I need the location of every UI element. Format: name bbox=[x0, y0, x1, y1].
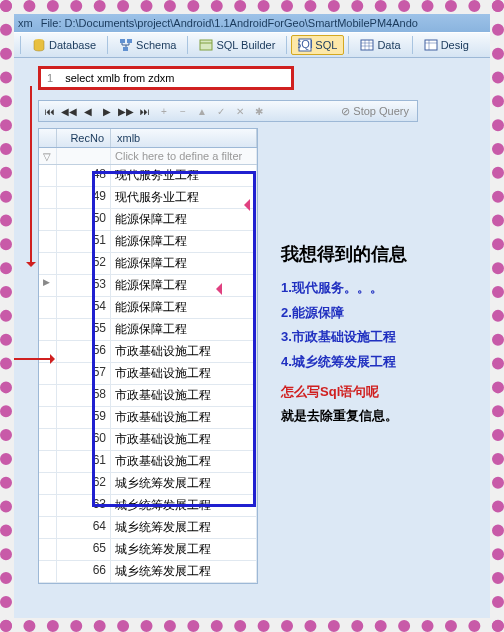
table-row[interactable]: 55能源保障工程 bbox=[39, 319, 257, 341]
col-xmlb[interactable]: xmlb bbox=[111, 129, 257, 147]
table-row[interactable]: 52能源保障工程 bbox=[39, 253, 257, 275]
table-row[interactable]: 54能源保障工程 bbox=[39, 297, 257, 319]
cell-recno: 50 bbox=[57, 209, 111, 230]
table-row[interactable]: 64城乡统筹发展工程 bbox=[39, 517, 257, 539]
cell-recno: 53 bbox=[57, 275, 111, 296]
info-item: 1.现代服务。。。 bbox=[281, 276, 451, 301]
arrow-down-icon bbox=[30, 86, 32, 266]
info-item: 2.能源保障 bbox=[281, 301, 451, 326]
cell-recno: 54 bbox=[57, 297, 111, 318]
cell-recno: 62 bbox=[57, 473, 111, 494]
sql-tab[interactable]: SQLSQL bbox=[291, 35, 344, 55]
line-number: 1 bbox=[47, 72, 53, 84]
row-indicator bbox=[39, 209, 57, 230]
cancel-button[interactable]: ✕ bbox=[231, 102, 249, 120]
cell-recno: 56 bbox=[57, 341, 111, 362]
design-button[interactable]: Desig bbox=[417, 35, 476, 55]
row-indicator bbox=[39, 231, 57, 252]
menu-file[interactable]: File: D:\Documents\project\Android\1.1An… bbox=[41, 17, 418, 29]
table-row[interactable]: 58市政基础设施工程 bbox=[39, 385, 257, 407]
sql-editor[interactable]: 1 select xmlb from zdxm bbox=[38, 66, 294, 90]
sql-icon: SQL bbox=[298, 38, 312, 52]
refresh-button[interactable]: ✱ bbox=[250, 102, 268, 120]
row-indicator bbox=[39, 539, 57, 560]
edit-button[interactable]: ▲ bbox=[193, 102, 211, 120]
result-grid[interactable]: RecNo xmlb ▽ Click here to define a filt… bbox=[38, 128, 258, 584]
data-button[interactable]: Data bbox=[353, 35, 407, 55]
arrow-right-icon bbox=[14, 358, 54, 360]
table-row[interactable]: 51能源保障工程 bbox=[39, 231, 257, 253]
stop-query-button[interactable]: ⊘Stop Query bbox=[335, 105, 415, 118]
cell-recno: 66 bbox=[57, 561, 111, 582]
row-indicator bbox=[39, 495, 57, 516]
info-answer: 就是去除重复信息。 bbox=[281, 407, 451, 425]
cell-xmlb: 城乡统筹发展工程 bbox=[111, 561, 257, 582]
annotation-panel: 我想得到的信息 1.现代服务。。。 2.能源保障 3.市政基础设施工程 4.城乡… bbox=[281, 242, 451, 425]
table-row[interactable]: 57市政基础设施工程 bbox=[39, 363, 257, 385]
first-button[interactable]: ⏮ bbox=[41, 102, 59, 120]
prev-page-button[interactable]: ◀◀ bbox=[60, 102, 78, 120]
pink-arrow-icon bbox=[238, 199, 250, 211]
cell-xmlb: 城乡统筹发展工程 bbox=[111, 517, 257, 538]
design-icon bbox=[424, 38, 438, 52]
row-indicator bbox=[39, 319, 57, 340]
cell-recno: 57 bbox=[57, 363, 111, 384]
table-row[interactable]: 63城乡统筹发展工程 bbox=[39, 495, 257, 517]
cell-xmlb: 市政基础设施工程 bbox=[111, 407, 257, 428]
row-indicator bbox=[39, 385, 57, 406]
next-page-button[interactable]: ▶▶ bbox=[117, 102, 135, 120]
record-navigator: ⏮ ◀◀ ◀ ▶ ▶▶ ⏭ + − ▲ ✓ ✕ ✱ ⊘Stop Query bbox=[38, 100, 418, 122]
row-indicator bbox=[39, 561, 57, 582]
table-row[interactable]: ▶53能源保障工程 bbox=[39, 275, 257, 297]
last-button[interactable]: ⏭ bbox=[136, 102, 154, 120]
remove-button[interactable]: − bbox=[174, 102, 192, 120]
col-recno[interactable]: RecNo bbox=[57, 129, 111, 147]
cell-xmlb: 城乡统筹发展工程 bbox=[111, 495, 257, 516]
add-button[interactable]: + bbox=[155, 102, 173, 120]
row-indicator bbox=[39, 429, 57, 450]
schema-button[interactable]: Schema bbox=[112, 35, 183, 55]
prev-button[interactable]: ◀ bbox=[79, 102, 97, 120]
table-row[interactable]: 60市政基础设施工程 bbox=[39, 429, 257, 451]
data-icon bbox=[360, 38, 374, 52]
svg-rect-1 bbox=[120, 39, 125, 43]
cell-recno: 61 bbox=[57, 451, 111, 472]
table-row[interactable]: 62城乡统筹发展工程 bbox=[39, 473, 257, 495]
cell-recno: 63 bbox=[57, 495, 111, 516]
cell-xmlb: 现代服务业工程 bbox=[111, 165, 257, 186]
table-row[interactable]: 65城乡统筹发展工程 bbox=[39, 539, 257, 561]
cell-xmlb: 城乡统筹发展工程 bbox=[111, 473, 257, 494]
cell-xmlb: 城乡统筹发展工程 bbox=[111, 539, 257, 560]
stop-icon: ⊘ bbox=[341, 105, 350, 118]
schema-icon bbox=[119, 38, 133, 52]
filter-row[interactable]: ▽ Click here to define a filter bbox=[39, 148, 257, 165]
table-row[interactable]: 56市政基础设施工程 bbox=[39, 341, 257, 363]
cell-xmlb: 市政基础设施工程 bbox=[111, 429, 257, 450]
table-row[interactable]: 59市政基础设施工程 bbox=[39, 407, 257, 429]
row-indicator bbox=[39, 165, 57, 186]
cell-recno: 59 bbox=[57, 407, 111, 428]
table-row[interactable]: 61市政基础设施工程 bbox=[39, 451, 257, 473]
database-icon bbox=[32, 38, 46, 52]
svg-rect-3 bbox=[123, 47, 128, 51]
row-indicator bbox=[39, 253, 57, 274]
cell-xmlb: 市政基础设施工程 bbox=[111, 451, 257, 472]
table-row[interactable]: 49现代服务业工程 bbox=[39, 187, 257, 209]
sql-builder-button[interactable]: SQL Builder bbox=[192, 35, 282, 55]
next-button[interactable]: ▶ bbox=[98, 102, 116, 120]
cell-recno: 58 bbox=[57, 385, 111, 406]
database-button[interactable]: Database bbox=[25, 35, 103, 55]
svg-rect-8 bbox=[425, 40, 437, 50]
table-row[interactable]: 66城乡统筹发展工程 bbox=[39, 561, 257, 583]
table-row[interactable]: 48现代服务业工程 bbox=[39, 165, 257, 187]
svg-text:SQL: SQL bbox=[298, 38, 312, 50]
cell-recno: 49 bbox=[57, 187, 111, 208]
row-indicator: ▶ bbox=[39, 275, 57, 296]
svg-rect-7 bbox=[361, 40, 373, 50]
check-button[interactable]: ✓ bbox=[212, 102, 230, 120]
svg-rect-4 bbox=[200, 40, 212, 50]
menu-xm[interactable]: xm bbox=[18, 17, 33, 29]
row-indicator bbox=[39, 517, 57, 538]
table-row[interactable]: 50能源保障工程 bbox=[39, 209, 257, 231]
main-toolbar: Database Schema SQL Builder SQLSQL Data … bbox=[14, 32, 490, 58]
